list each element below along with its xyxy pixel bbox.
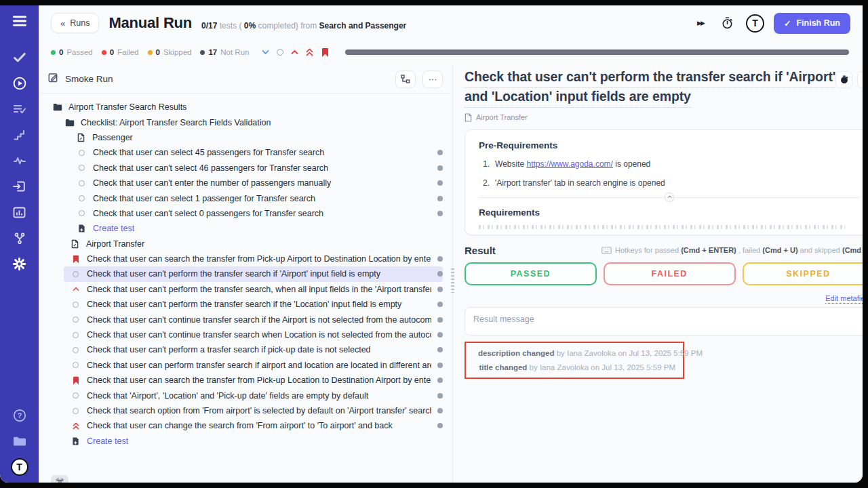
test-row[interactable]: Check that user can't continue transfer … [64, 312, 443, 327]
run-edit-icon [48, 73, 58, 85]
test-row[interactable]: Check that user can't perform a trasfer … [64, 342, 443, 357]
branch-icon[interactable] [0, 225, 39, 251]
folder-row[interactable]: Airport Transfer Search Results [45, 100, 443, 115]
passed-button[interactable]: PASSED [465, 262, 597, 285]
external-link[interactable]: https://www.agoda.com/ [526, 159, 612, 169]
account-avatar[interactable]: T [746, 14, 764, 33]
play-circle-icon[interactable] [0, 70, 39, 96]
test-row[interactable]: Check that user can't continue transfer … [64, 327, 443, 342]
back-to-runs-button[interactable]: « Runs [51, 13, 99, 33]
not-run-icon [79, 180, 85, 186]
test-row[interactable]: Check that user can select 1 passenger f… [70, 190, 443, 205]
report-icon[interactable] [0, 199, 39, 225]
status-dot [437, 256, 443, 262]
circle-status-icon[interactable] [277, 49, 283, 56]
checklist-icon[interactable] [0, 96, 39, 122]
menu-icon[interactable] [0, 8, 39, 34]
create-test-link[interactable]: Create test [70, 221, 443, 236]
not-run-icon [79, 150, 85, 156]
create-test-icon [72, 436, 79, 446]
skipped-button[interactable]: SKIPPED [743, 262, 863, 285]
test-row[interactable]: Check that user can't select 46 passenge… [70, 161, 443, 176]
chevron-down-icon[interactable] [262, 49, 269, 55]
create-test-link[interactable]: Create test [64, 434, 443, 449]
prereq-item: 2.'Airport transfer' tab in search engin… [483, 178, 860, 188]
finish-run-button[interactable]: ✓ Finish Run [774, 13, 850, 34]
check-icon[interactable] [0, 45, 39, 70]
timer-icon[interactable] [835, 71, 852, 88]
test-row[interactable]: Check that user can't perform the transf… [64, 297, 443, 312]
more-options-button[interactable]: ··· [422, 70, 443, 88]
failed-button[interactable]: FAILED [604, 262, 736, 285]
requirements-heading: Requirements [479, 207, 860, 218]
not-run-icon [73, 271, 79, 277]
test-row[interactable]: Check that user can't select 0 passenger… [70, 206, 443, 221]
status-dot [437, 423, 443, 428]
test-row[interactable]: Check that user can change the search fr… [64, 418, 443, 433]
prereq-heading: Pre-Requirements [479, 140, 860, 150]
folder-icon [65, 119, 75, 127]
result-message-input[interactable] [465, 307, 863, 336]
status-dot [437, 363, 443, 368]
gear-icon[interactable] [0, 251, 39, 277]
test-row[interactable]: Check that 'Airport', 'Location' and 'Pi… [64, 388, 443, 403]
projects-icon[interactable] [0, 428, 39, 454]
double-caret-up-icon[interactable] [306, 48, 313, 56]
steps-icon[interactable] [0, 122, 39, 148]
history-entry: title changed by Iana Zavoloka on Jul 13… [473, 363, 675, 371]
section-divider [479, 197, 860, 198]
collapse-toggle-icon[interactable] [665, 192, 674, 202]
test-row[interactable]: Check that user can search the transfer … [64, 251, 443, 266]
edit-metafields-link[interactable]: Edit metafields [825, 294, 863, 302]
suite-tag[interactable]: Airport Transfer [465, 113, 863, 122]
suite-row[interactable]: Airport Transfer [63, 237, 443, 251]
pulse-icon[interactable] [0, 148, 39, 174]
test-detail-panel: Check that user can't perform the transf… [453, 65, 863, 483]
caret-up-icon[interactable] [291, 49, 298, 55]
test-row[interactable]: Check that user can select 45 passengers… [70, 145, 443, 160]
not-run-icon [73, 362, 79, 368]
double-chevron-left-icon: « [60, 18, 65, 28]
status-dot [437, 317, 443, 323]
hotkeys-hint: Hotkeys for passed (Cmd + ENTER) , faile… [601, 246, 863, 254]
status-count: 0 Failed [102, 48, 139, 56]
history-entry: description changed by Iana Zavoloka on … [473, 349, 675, 357]
status-dot [437, 287, 443, 292]
status-dot [437, 302, 443, 307]
run-progress-bar [345, 49, 849, 55]
test-row[interactable]: Check that user can't perform the transf… [64, 282, 443, 297]
not-run-icon [73, 302, 79, 308]
status-dot [437, 180, 443, 186]
panel-splitter[interactable] [451, 268, 454, 293]
status-dot [437, 378, 443, 383]
user-avatar[interactable]: T [11, 458, 28, 476]
not-run-icon [73, 392, 79, 399]
folder-row[interactable]: Checklist: Airport Transfer Search Field… [58, 115, 443, 129]
fast-forward-icon[interactable]: ▶▶ [692, 14, 709, 32]
status-dot [437, 408, 443, 413]
status-dot [437, 165, 443, 171]
document-icon [77, 133, 85, 142]
bookmark-icon[interactable] [321, 47, 330, 58]
status-count: 17 Not Run [200, 48, 249, 56]
status-dot [437, 393, 443, 399]
more-options-button[interactable]: ··· [857, 71, 863, 88]
svg-text:?: ? [17, 411, 21, 420]
help-icon[interactable]: ? [0, 403, 39, 428]
test-row[interactable]: Check that user can search the transfer … [64, 373, 443, 388]
status-dot [437, 271, 443, 277]
test-title: Check that user can't perform the transf… [465, 68, 835, 108]
nav-rail: ? T [0, 5, 39, 483]
timer-icon[interactable] [719, 14, 736, 32]
suite-row[interactable]: Passenger [69, 130, 443, 145]
test-row[interactable]: Check that search option from 'From airp… [64, 403, 443, 418]
test-row[interactable]: Check that user can perform transfer sea… [64, 358, 443, 373]
test-row[interactable]: Check that user can't perform the transf… [64, 266, 443, 281]
test-row[interactable]: Check that user can't enter the number o… [70, 176, 443, 190]
run-statusbar: 0 Passed 0 Failed 0 Skipped 17 Not Run [39, 41, 863, 64]
sign-in-icon[interactable] [0, 174, 39, 199]
status-count: 0 Passed [51, 48, 93, 56]
status-dot [437, 211, 443, 216]
test-description-card: Pre-Requirements 1.Website https://www.a… [465, 129, 863, 235]
tree-view-button[interactable] [395, 70, 416, 88]
